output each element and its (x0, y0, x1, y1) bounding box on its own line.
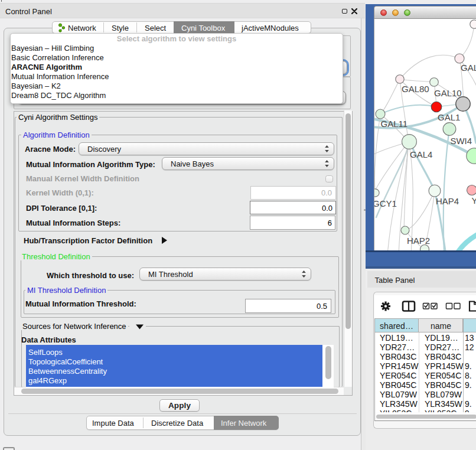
svg-text:GCY1: GCY1 (374, 198, 397, 208)
svg-text:Y: Y (472, 195, 476, 206)
svg-text:HAP4: HAP4 (436, 196, 459, 206)
svg-text:GAL11: GAL11 (381, 119, 408, 129)
svg-text:GAL1: GAL1 (438, 112, 460, 122)
svg-text:GAL80: GAL80 (402, 84, 429, 94)
svg-text:HAP2: HAP2 (407, 236, 430, 246)
svg-text:GAL: GAL (461, 63, 476, 73)
svg-text:SWI4: SWI4 (450, 136, 472, 146)
svg-text:GAL10: GAL10 (434, 88, 462, 98)
svg-text:GAL4: GAL4 (410, 149, 432, 159)
